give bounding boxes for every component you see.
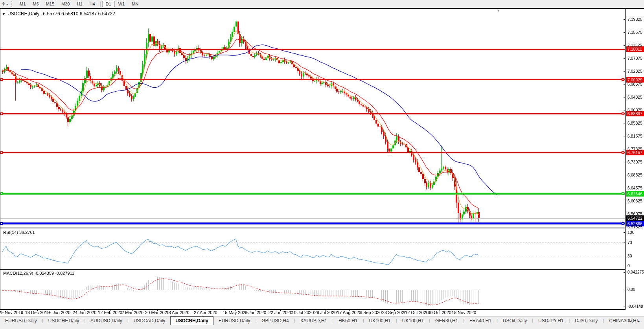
chart-tab-hk50-h1[interactable]: HK50,H1 [333,316,363,325]
level-handle[interactable] [0,78,3,81]
date-label: 22 Jun 2020 [269,310,293,315]
price-axis-label: 6.56075 [627,211,642,216]
price-axis-label: 7.02825 [627,69,642,74]
price-tag-6.62646: 6.62646 [626,191,644,197]
date-label: 29 Nov 2019 [0,310,23,315]
rsi-axis-label: 0 [627,263,630,268]
rsi-axis-label: 100 [627,230,635,235]
price-axis-label: 6.51825 [627,224,642,229]
level-handle[interactable] [0,112,3,115]
date-label: 18 Nov 2020 [452,310,476,315]
price-axis-label: 6.68825 [627,173,642,177]
price-axis-label: 6.81575 [627,134,642,138]
price-axis-label: 6.77325 [627,147,642,151]
chart-tab-xauusd-h1[interactable]: XAUUSD,H1 [295,316,332,325]
level-handle[interactable] [622,222,624,225]
price-axis-label: 7.19825 [627,17,642,22]
chart-tab-gbpusd-h4[interactable]: GBPUSD,H4 [256,316,294,325]
macd-label: MACD(12,26,9) -0.024359 -0.027911 [3,271,74,276]
macd-axis-label: -0.04148 [627,304,643,309]
horizontal-line-6.76157[interactable] [0,152,625,153]
chart-tab-usdjpy-h1[interactable]: USDJPY,H1 [533,316,569,325]
date-label: 3 Jun 2020 [245,310,266,315]
mt4-window: ✛▾ M1M5M15M30H1H4D1W1MN ▼USDCNH,Daily6.5… [0,0,644,329]
date-label: 10 Jul 2020 [292,310,314,315]
date-label: 23 Sep 2020 [382,310,407,315]
level-handle[interactable] [0,222,3,225]
date-label: 17 Aug 2020 [337,310,361,315]
price-axis-label: 6.94325 [627,95,642,99]
level-handle[interactable] [622,78,624,81]
tab-scroll-left-icon[interactable]: ◂ [629,319,631,323]
chart-tab-usdchf-daily[interactable]: USDCHF,Daily [43,316,85,325]
chart-title: ▼USDCNH,Daily6.55776 6.55810 6.54187 6.5… [2,11,115,17]
price-axis-label: 6.64575 [627,186,642,190]
chart-tab-eurusd-daily[interactable]: EURUSD,Daily [0,316,42,325]
chart-tab-usdcad-daily[interactable]: USDCAD,Daily [129,316,171,325]
price-axis-label: 6.73075 [627,160,642,164]
chart-tabs-bar: EURUSD,Daily|USDCHF,Daily|AUDUSD,Daily|U… [0,316,644,329]
current-price-line [0,218,625,219]
price-axis-label: 6.98575 [627,82,642,86]
chart-tab-audusd-daily[interactable]: AUDUSD,Daily [85,316,127,325]
chart-tab-uk100-h1[interactable]: UK100,H1 [364,316,396,325]
horizontal-line-6.88897[interactable] [0,113,625,114]
rsi-axis-label: 70 [627,240,632,245]
price-axis-line [625,9,626,309]
date-label: 18 Dec 2019 [25,310,50,315]
price-axis-label: 7.11325 [627,43,642,48]
level-handle[interactable] [0,151,3,154]
level-handle[interactable] [622,112,624,115]
horizontal-line-7.10011[interactable] [0,49,625,50]
price-axis-label: 6.60325 [627,199,642,203]
horizontal-line-7.00029[interactable] [0,79,625,80]
price-axis-label: 6.85825 [627,121,642,125]
ohlc-values: 6.55776 6.55810 6.54187 6.54722 [43,11,115,17]
rsi-label: RSI(14) 36.2761 [3,230,35,235]
symbol-label: USDCNH,Daily [7,11,39,17]
level-handle[interactable] [622,151,624,154]
horizontal-line-6.62646[interactable] [0,193,625,195]
date-label: 27 Apr 2020 [194,310,217,315]
date-label: 4 Sep 2020 [360,310,382,315]
chart-tab-fra40-h1[interactable]: FRA40,H1 [464,316,497,325]
price-rsi-separator[interactable] [0,228,626,228]
date-label: 6 Jan 2020 [49,310,70,315]
symbol-dropdown-icon[interactable]: ▼ [2,12,6,16]
price-axis-label: 7.07075 [627,56,642,61]
date-label: 15 May 2020 [223,310,248,315]
price-axis-label: 6.90075 [627,108,642,112]
macd-axis-label: 0.042275 [627,270,644,274]
level-handle[interactable] [0,192,3,195]
chart-tab-usoil-daily[interactable]: USOil,Daily [498,316,532,325]
rsi-macd-separator[interactable] [0,269,626,270]
chart-tab-eurusd-daily[interactable]: EURUSD,Daily [213,316,256,325]
macd-bottom-border [0,309,626,310]
rsi-axis-label: 30 [627,254,632,258]
chart-tab-usdcnh-daily[interactable]: USDCNH,Daily [170,316,213,325]
date-label: 20 Mar 2020 [145,310,169,315]
date-label: 8 Apr 2020 [168,310,189,315]
date-label: 12 Feb 2020 [98,310,122,315]
date-label: 24 Jan 2020 [73,310,97,315]
date-label: 30 Oct 2020 [428,310,451,315]
horizontal-line-6.52866[interactable] [0,222,625,224]
chart-tab-dj30-daily[interactable]: DJ30,Daily [570,316,603,325]
chart-tab-ger30-h1[interactable]: GER30,H1 [430,316,463,325]
date-label: 2 Mar 2020 [121,310,144,315]
level-handle[interactable] [622,192,624,195]
date-label: 29 Jul 2020 [315,310,337,315]
chart-left-border [0,9,0,309]
chart-tab-uk100-h1[interactable]: UK100,H1 [397,316,429,325]
price-axis-label: 7.15575 [627,30,642,35]
date-label: 12 Oct 2020 [405,310,429,315]
tab-scroll-right-icon[interactable]: ▸ [638,319,640,323]
macd-axis-label: 0.00 [627,287,635,292]
chart-shift-icon[interactable]: ▼ [497,9,500,13]
